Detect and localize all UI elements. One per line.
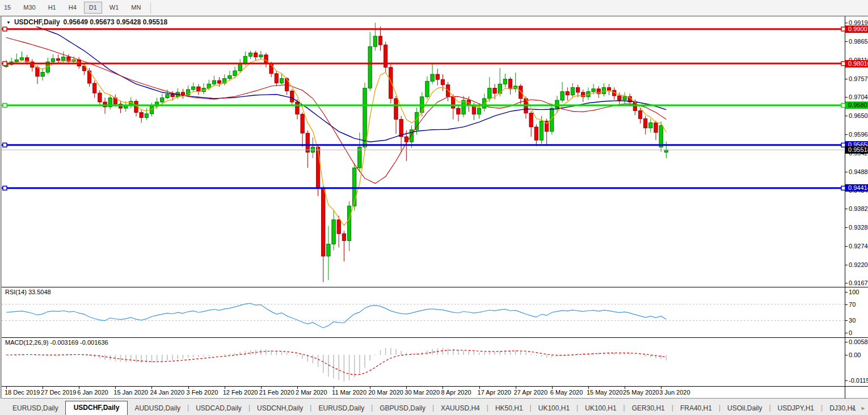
ma-slow-line [6,22,666,142]
timeframe-button-15[interactable]: 15 [0,2,16,14]
chart-tab-hk50-h1[interactable]: HK50,H1 [488,403,530,415]
macd-label: MACD(12,26,9) -0.003169 -0.001636 [5,339,108,346]
chart-title: ▼ USDCHF,Daily 0.95649 0.95673 0.95428 0… [5,18,170,27]
date-label: 15 Jan 2020 [113,389,148,396]
macd-axis-label: 0.005818 [849,338,868,345]
symbol-dropdown-icon[interactable]: ▼ [6,20,11,24]
price-tick-mark [845,23,848,23]
price-tick-label: 0.94885 [849,168,868,175]
chart-tab-eurusd-daily[interactable]: EURUSD,Daily [6,403,65,415]
date-label: 3 Feb 2020 [187,389,218,396]
macd-indicator-pane[interactable]: MACD(12,26,9) -0.003169 -0.001636 [2,338,845,387]
chart-tab-usoil-daily[interactable]: USOil,Daily [720,403,769,415]
chart-tab-fra40-h1[interactable]: FRA40,H1 [673,403,719,415]
chart-tab-usdcad-daily[interactable]: USDCAD,Daily [189,403,248,415]
date-label: 15 May 2020 [587,389,623,396]
price-tick-mark [845,246,848,247]
price-line-label-0.96803: 0.96803 [845,101,868,109]
tab-scroll-right-icon[interactable]: ► [861,406,866,411]
macd-axis-label: 0.00 [849,352,861,358]
candlestick-chart[interactable] [2,16,845,287]
hline-handle[interactable] [841,62,845,66]
hline-handle[interactable] [841,103,845,107]
chart-tab-audusd-daily[interactable]: AUDUSD,Daily [128,403,187,415]
price-tick-label: 0.92740 [849,243,868,249]
chart-tab-uk100-h1[interactable]: UK100,H1 [578,403,623,415]
date-label: 30 Mar 2020 [404,389,440,396]
date-label: 21 Feb 2020 [259,389,294,396]
date-label: 11 Mar 2020 [332,389,366,396]
hline-handle[interactable] [841,186,845,190]
date-label: 6 May 2020 [550,389,583,396]
price-tick-label: 0.92200 [849,261,868,268]
price-line-label-0.94414: 0.94414 [845,184,868,192]
ma-fast-line [6,59,666,226]
chart-tab-usdchf-daily[interactable]: USDCHF,Daily [65,401,128,415]
hline-handle[interactable] [841,143,845,147]
chart-tab-gbpusd-daily[interactable]: GBPUSD,Daily [373,403,432,415]
chart-tab-bar: EURUSD,DailyUSDCHF,DailyAUDUSD,Daily|USD… [0,399,868,415]
tab-scroll-left-icon[interactable]: ◄ [850,406,855,411]
hline-handle[interactable] [3,186,7,190]
date-axis[interactable]: 18 Dec 201927 Dec 20196 Jan 202015 Jan 2… [2,387,845,399]
macd-tick-mark [845,380,848,381]
chart-symbol-label: USDCHF,Daily [14,18,60,26]
date-label: 24 Jan 2020 [150,389,184,396]
price-tick-mark [845,41,848,42]
rsi-tick-mark [845,304,848,305]
date-label: 8 Apr 2020 [441,389,471,396]
rsi-tick-mark [845,320,848,321]
hline-handle[interactable] [3,62,7,66]
hline-handle[interactable] [3,143,7,147]
price-tick-label: 0.91675 [849,280,868,286]
rsi-axis-label: 100 [849,289,859,295]
rsi-indicator-pane[interactable]: RSI(14) 33.5048 [2,287,845,338]
date-label: 18 Dec 2019 [5,389,40,396]
price-tick-label: 0.95965 [849,131,868,138]
hline-handle[interactable] [3,103,7,107]
macd-tick-mark [845,342,848,342]
price-tick-mark [845,79,848,79]
timeframe-button-D1[interactable]: D1 [84,2,102,14]
chart-ohlc-values: 0.95649 0.95673 0.95428 0.95518 [64,18,168,26]
chart-tab-ger30-h1[interactable]: GER30,H1 [625,403,672,415]
hline-handle[interactable] [841,27,845,31]
chart-tab-eurusd-daily[interactable]: EURUSD,Daily [311,403,371,415]
price-tick-mark [845,97,848,98]
timeframe-button-H4[interactable]: H4 [64,2,82,14]
chart-tab-xauusd-h4[interactable]: XAUUSD,H4 [434,403,487,415]
chart-tab-usdcnh-daily[interactable]: USDCNH,Daily [250,403,310,415]
date-label: 25 May 2020 [623,389,659,396]
date-label: 2 Mar 2020 [296,389,327,396]
macd-plot[interactable] [2,338,845,386]
price-tick-label: 0.97045 [849,94,868,100]
timeframe-button-M30[interactable]: M30 [18,2,40,14]
date-label: 27 Dec 2019 [41,389,76,396]
rsi-axis-label: 70 [849,301,856,308]
price-tick-mark [845,134,848,135]
price-line-label-0.99007: 0.99007 [845,26,868,33]
rsi-plot[interactable] [2,287,845,337]
chart-workspace: ▼ USDCHF,Daily 0.95649 0.95673 0.95428 0… [0,16,868,399]
rsi-tick-mark [845,292,848,293]
chart-tab-uk100-h1[interactable]: UK100,H1 [532,403,576,415]
price-tick-label: 0.98650 [849,38,868,45]
hline-handle[interactable] [3,27,7,31]
rsi-axis-label: 0 [849,329,852,336]
price-tick-mark [845,172,848,172]
timeframe-button-MN[interactable]: MN [126,2,146,14]
mt4-window: 15M30H1H4D1W1MN ▼ USDCHF,Daily 0.95649 0… [0,0,868,415]
rsi-tick-mark [845,333,848,333]
timeframe-button-W1[interactable]: W1 [104,2,124,14]
price-axis[interactable]: 0.991900.986500.981100.975700.970450.965… [845,16,868,399]
timeframe-button-H1[interactable]: H1 [43,2,61,14]
rsi-line [6,303,666,328]
price-chart-pane[interactable]: ▼ USDCHF,Daily 0.95649 0.95673 0.95428 0… [2,16,845,287]
date-label: 12 Feb 2020 [223,389,258,396]
chart-tab-usdjpy-h1[interactable]: USDJPY,H1 [771,403,821,415]
price-tick-label: 0.96505 [849,112,868,119]
date-label: 6 Jan 2020 [77,389,108,396]
price-tick-label: 0.93280 [849,224,868,231]
date-label: 17 Apr 2020 [478,389,511,396]
price-tick-label: 0.97570 [849,75,868,82]
